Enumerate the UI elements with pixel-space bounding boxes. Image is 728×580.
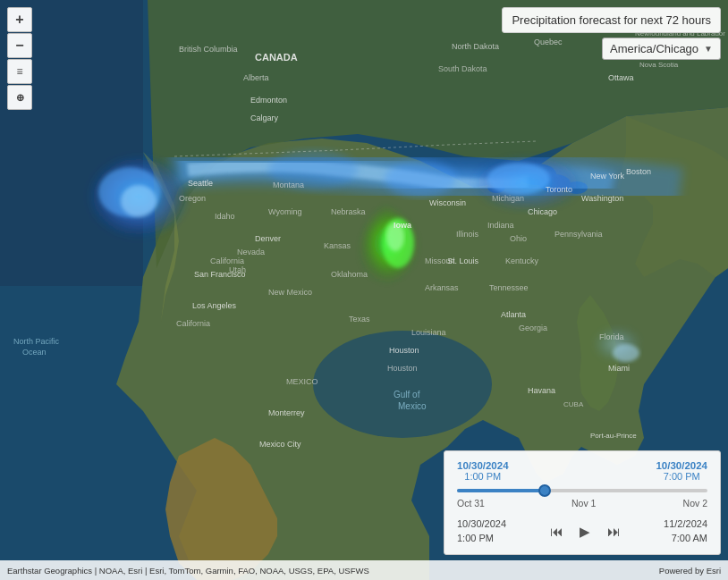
svg-point-13 [487, 163, 550, 195]
svg-text:Montana: Montana [273, 181, 304, 189]
timeline-label-nov2: Nov 2 [683, 498, 707, 509]
svg-text:Havana: Havana [528, 386, 555, 395]
zoom-out-button[interactable]: − [7, 33, 32, 58]
svg-text:Louisiana: Louisiana [411, 328, 446, 337]
step-forward-button[interactable]: ⏭ [602, 520, 625, 543]
svg-text:Port-au-Prince: Port-au-Prince [590, 432, 637, 440]
svg-text:San Francisco: San Francisco [194, 270, 246, 279]
timeline-end-date: 10/30/2024 7:00 PM [656, 460, 707, 482]
svg-text:Michigan: Michigan [492, 194, 524, 203]
svg-text:New York: New York [590, 172, 625, 181]
svg-text:Washington: Washington [581, 194, 623, 203]
svg-text:Ottawa: Ottawa [608, 73, 634, 82]
playback-controls: ⏮ ▶ ⏭ [545, 520, 625, 543]
svg-text:Boston: Boston [626, 167, 651, 176]
svg-text:Pennsylvania: Pennsylvania [554, 230, 603, 239]
chevron-down-icon: ▼ [704, 44, 713, 54]
timeline-dates-row: 10/30/2024 1:00 PM 10/30/2024 7:00 PM [457, 460, 707, 482]
zoom-in-button[interactable]: + [7, 7, 32, 32]
svg-text:California: California [176, 319, 210, 328]
svg-point-11 [121, 185, 157, 217]
svg-text:Calgary: Calgary [250, 113, 279, 122]
svg-point-16 [385, 161, 456, 197]
svg-text:Houston: Houston [389, 346, 419, 355]
step-back-button[interactable]: ⏮ [545, 520, 568, 543]
svg-text:Florida: Florida [599, 332, 624, 341]
timezone-selector[interactable]: America/Chicago ▼ [602, 38, 721, 60]
svg-text:Kentucky: Kentucky [505, 256, 539, 265]
svg-text:Missouri: Missouri [425, 256, 455, 265]
slider-fill [457, 489, 545, 492]
svg-text:Ocean: Ocean [22, 348, 47, 357]
svg-text:Gulf of: Gulf of [394, 390, 420, 399]
attribution-left: Earthstar Geographics | NOAA, Esri | Esr… [7, 566, 369, 576]
svg-text:Kansas: Kansas [324, 241, 351, 250]
svg-text:Mexico City: Mexico City [259, 440, 301, 449]
svg-text:South Dakota: South Dakota [438, 64, 487, 73]
forecast-title: Precipitation forecast for next 72 hours [512, 13, 711, 27]
svg-point-19 [613, 344, 639, 362]
attribution-bar: Earthstar Geographics | NOAA, Esri | Esr… [0, 560, 728, 580]
svg-text:Georgia: Georgia [519, 324, 547, 332]
svg-text:CANADA: CANADA [255, 52, 298, 63]
svg-text:Illinois: Illinois [456, 230, 479, 239]
slider-track[interactable] [457, 489, 707, 492]
svg-text:Texas: Texas [349, 315, 370, 324]
svg-text:MEXICO: MEXICO [286, 377, 318, 386]
svg-text:Wisconsin: Wisconsin [429, 198, 466, 207]
svg-text:Nevada: Nevada [237, 248, 265, 256]
svg-text:Oregon: Oregon [179, 194, 206, 203]
map-container[interactable]: CANADA British Columbia Alberta Edmonton… [0, 0, 728, 580]
svg-text:Alberta: Alberta [243, 73, 269, 82]
svg-text:Quebec: Quebec [534, 38, 563, 46]
svg-text:British Columbia: British Columbia [179, 45, 238, 54]
svg-text:Toronto: Toronto [546, 185, 572, 194]
svg-text:Chicago: Chicago [528, 207, 557, 216]
layers-button[interactable]: ≡ [7, 59, 32, 84]
play-button[interactable]: ▶ [573, 520, 597, 543]
timeline-start-date: 10/30/2024 1:00 PM [457, 460, 509, 482]
timeline-ctrl-left-date: 10/30/2024 1:00 PM [457, 517, 506, 545]
svg-text:Wyoming: Wyoming [268, 207, 301, 216]
svg-text:Seattle: Seattle [188, 179, 213, 188]
svg-text:Nebraska: Nebraska [331, 207, 366, 216]
timeline-slider[interactable] [457, 489, 707, 492]
svg-text:Mexico: Mexico [398, 401, 427, 411]
svg-text:Iowa: Iowa [394, 221, 412, 230]
svg-text:California: California [210, 256, 244, 265]
svg-text:Los Angeles: Los Angeles [192, 301, 237, 310]
svg-text:Tennessee: Tennessee [489, 283, 529, 292]
timeline-labels: Oct 31 Nov 1 Nov 2 [457, 498, 707, 509]
timeline-panel: 10/30/2024 1:00 PM 10/30/2024 7:00 PM Oc… [444, 450, 721, 555]
timeline-label-nov1: Nov 1 [571, 498, 596, 509]
svg-text:Monterrey: Monterrey [268, 408, 305, 417]
attribution-right: Powered by Esri [659, 566, 721, 576]
svg-text:Indiana: Indiana [487, 221, 514, 230]
svg-text:Oklahoma: Oklahoma [331, 270, 368, 279]
svg-text:North Pacific: North Pacific [13, 337, 60, 346]
svg-text:Nova Scotia: Nova Scotia [639, 61, 679, 69]
forecast-panel: Precipitation forecast for next 72 hours [502, 7, 721, 33]
svg-text:Edmonton: Edmonton [250, 96, 287, 105]
svg-text:Arkansas: Arkansas [425, 283, 459, 292]
svg-text:North Dakota: North Dakota [452, 42, 499, 51]
svg-text:Idaho: Idaho [215, 212, 235, 221]
svg-text:Denver: Denver [255, 234, 281, 243]
globe-button[interactable]: ⊕ [7, 85, 32, 110]
map-controls: + − ≡ ⊕ [7, 7, 32, 110]
svg-text:Miami: Miami [608, 364, 630, 373]
timeline-controls-row: 10/30/2024 1:00 PM ⏮ ▶ ⏭ 11/2/2024 7:00 … [457, 517, 707, 545]
svg-text:CUBA: CUBA [563, 400, 584, 408]
slider-thumb[interactable] [538, 484, 551, 497]
timezone-label: America/Chicago [610, 42, 698, 55]
svg-text:New Mexico: New Mexico [268, 288, 312, 297]
timeline-label-oct31: Oct 31 [457, 498, 485, 509]
svg-text:Atlanta: Atlanta [501, 310, 526, 319]
svg-text:Houston: Houston [387, 364, 418, 373]
timeline-ctrl-right-date: 11/2/2024 7:00 AM [664, 517, 707, 545]
svg-text:Ohio: Ohio [510, 234, 527, 243]
